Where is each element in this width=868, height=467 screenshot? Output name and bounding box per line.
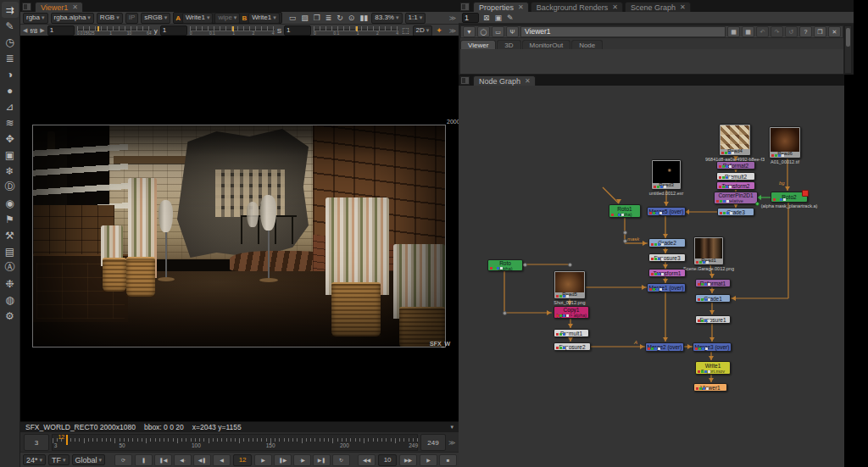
float-window-icon[interactable]: ❐ bbox=[313, 14, 321, 22]
properties-scrollbar[interactable] bbox=[844, 25, 852, 74]
scanline-icon[interactable]: ≣ bbox=[325, 14, 333, 22]
input-process-toggle[interactable]: IP bbox=[125, 13, 139, 24]
node-merge2[interactable]: Merge2 (over) bbox=[645, 342, 684, 352]
saturation-input[interactable]: 1 bbox=[284, 25, 311, 36]
other-icon[interactable]: ▤ bbox=[2, 243, 19, 259]
node-transform1[interactable]: Transform1 bbox=[648, 269, 686, 277]
undo-icon[interactable]: ↶ bbox=[756, 26, 769, 37]
node-grade3[interactable]: Grade3 bbox=[717, 208, 754, 216]
zero-badge[interactable]: ◯ bbox=[477, 26, 490, 37]
node-exposure2[interactable]: Exposure2 bbox=[554, 342, 591, 351]
node-read1[interactable]: Read1 bbox=[693, 236, 724, 265]
fork-icon[interactable]: Ψ bbox=[506, 26, 519, 37]
node-roto[interactable]: Roto(alpha) bbox=[487, 259, 523, 271]
metadata-icon[interactable]: ⚑ bbox=[2, 211, 19, 227]
play-forward-button[interactable]: ▶ bbox=[254, 454, 272, 466]
keyer-icon[interactable]: ⊿ bbox=[2, 98, 19, 114]
pose-3d-icon[interactable]: ✦ bbox=[435, 26, 443, 35]
tf-dropdown[interactable]: TF▾ bbox=[48, 454, 70, 465]
pause-icon[interactable]: ▮▮ bbox=[359, 14, 369, 22]
status-caret-icon[interactable]: ▾ bbox=[450, 424, 453, 431]
jump-frames-field[interactable]: 10 bbox=[378, 454, 397, 466]
frame-range-dropdown[interactable]: Global▾ bbox=[72, 454, 106, 465]
node-transform2[interactable]: Transform2 bbox=[716, 181, 755, 190]
node-roto2[interactable]: Roto2 bbox=[771, 192, 808, 203]
goto-start-button[interactable]: ❚◀ bbox=[154, 454, 172, 466]
node-premult2[interactable]: Premult2 bbox=[716, 172, 755, 181]
screen-a-icon[interactable]: ▦ bbox=[727, 26, 740, 37]
3d-icon[interactable]: ▣ bbox=[2, 147, 19, 163]
playback-mode-button[interactable]: ⟳ bbox=[114, 454, 132, 466]
color-icon[interactable]: ◑ bbox=[2, 66, 19, 82]
node-read4[interactable]: Read4 bbox=[719, 124, 751, 156]
time-icon[interactable]: ◷ bbox=[2, 34, 19, 50]
view-mode-dropdown[interactable]: 2D▾ bbox=[413, 25, 433, 36]
jump-back-button[interactable]: ◀◀ bbox=[358, 454, 376, 466]
furnace-icon[interactable]: ◍ bbox=[2, 292, 19, 308]
dot-node[interactable] bbox=[503, 311, 507, 315]
close-icon[interactable]: ✕ bbox=[612, 3, 618, 11]
tab-properties[interactable]: Properties✕ bbox=[473, 2, 529, 12]
gain-right-arrow[interactable]: ▶ bbox=[40, 27, 44, 34]
proxy-dropdown[interactable]: 1:1▾ bbox=[405, 13, 426, 24]
range-bar-button[interactable]: ❚ bbox=[135, 454, 153, 466]
dot-node[interactable] bbox=[623, 231, 627, 235]
tab-background-renders[interactable]: Background Renders✕ bbox=[531, 2, 623, 12]
gain-display-icon[interactable]: ▭ bbox=[288, 14, 298, 22]
redo-icon[interactable]: ↷ bbox=[771, 26, 783, 37]
wipe-dropdown[interactable]: wipe▾ bbox=[214, 13, 240, 24]
node-viewer1[interactable]: Viewer1 bbox=[693, 383, 727, 392]
node-cornerpin2d1[interactable]: CornerPin2D1relative bbox=[714, 192, 758, 204]
node-copy1[interactable]: Copy1(rgba -> alpha) bbox=[554, 306, 589, 319]
panel-count-field[interactable]: 1 bbox=[462, 13, 479, 23]
nuke-menu-icon[interactable]: ⇉ bbox=[2, 2, 19, 18]
particles-icon[interactable]: ❄ bbox=[2, 163, 19, 179]
saturation-slider[interactable]: 00.1124 bbox=[314, 26, 398, 35]
close-icon[interactable]: ✕ bbox=[72, 3, 78, 11]
channel-icon[interactable]: ≣ bbox=[2, 50, 19, 66]
screen-b-icon[interactable]: ▦ bbox=[742, 26, 754, 37]
node-read5[interactable]: Read5 bbox=[554, 270, 586, 299]
gamma-slider[interactable]: 00.1124 bbox=[190, 26, 275, 35]
prev-keyframe-button[interactable]: ◀· bbox=[174, 454, 192, 466]
node-reformat2[interactable]: Reformat2 bbox=[716, 161, 755, 170]
tab-node-graph[interactable]: Node Graph ✕ bbox=[473, 75, 536, 86]
merge-icon[interactable]: ≋ bbox=[2, 114, 19, 131]
node-merge5[interactable]: Merge5 (over) bbox=[647, 207, 686, 216]
collapse-caret[interactable]: ▼ bbox=[463, 26, 476, 37]
roi-region-icon[interactable]: ⬚ bbox=[401, 26, 410, 35]
gain-left-arrow[interactable]: ◀ bbox=[23, 27, 27, 34]
node-graph-canvas[interactable]: Read3untitled.0012.exrRead496841d8-aa0a-… bbox=[459, 86, 844, 467]
node-roto1[interactable]: Roto1(alpha) bbox=[609, 204, 641, 218]
node-exposure3[interactable]: Exposure3 bbox=[648, 253, 686, 262]
lut-dropdown[interactable]: sRGB▾ bbox=[141, 13, 170, 24]
zebra-icon[interactable]: ▨ bbox=[300, 14, 309, 22]
node-reformat1[interactable]: Reformat1 bbox=[695, 279, 731, 287]
toolsets-icon[interactable]: ⚒ bbox=[2, 227, 19, 243]
a-input-dropdown[interactable]: Write1▾ bbox=[182, 13, 213, 24]
flipbook-button[interactable]: ▶ bbox=[420, 454, 437, 466]
play-backward-button[interactable]: ◀ bbox=[213, 454, 231, 466]
gain-input[interactable]: 1 bbox=[47, 25, 75, 36]
node-exposure1[interactable]: Exposure1 bbox=[695, 315, 731, 324]
tab-viewer1[interactable]: Viewer1 ✕ bbox=[35, 2, 83, 12]
transform-icon[interactable]: ✥ bbox=[2, 131, 19, 147]
b-input-dropdown[interactable]: Write1▾ bbox=[248, 13, 279, 24]
node-title-field[interactable]: Viewer1 bbox=[520, 26, 726, 37]
tab-scene-graph[interactable]: Scene Graph✕ bbox=[625, 2, 691, 12]
fps-dropdown[interactable]: 24*▾ bbox=[23, 454, 46, 465]
close-icon[interactable]: ✕ bbox=[525, 77, 531, 85]
node-merge3[interactable]: Merge3 (over) bbox=[693, 342, 732, 352]
node-grade2[interactable]: Grade2 bbox=[648, 238, 686, 247]
node-premult1[interactable]: Premult1 bbox=[554, 329, 589, 337]
edit-icon[interactable]: ✎ bbox=[506, 14, 515, 22]
node-merge1[interactable]: Merge1 (over) bbox=[647, 283, 686, 292]
views-icon[interactable]: ◉ bbox=[2, 195, 19, 211]
panel-tab-viewer[interactable]: Viewer bbox=[460, 40, 496, 49]
sparkles-icon[interactable]: ❉ bbox=[2, 275, 19, 292]
panel-tab-monitorout[interactable]: MonitorOut bbox=[522, 40, 571, 49]
loop-toggle-button[interactable]: ↻ bbox=[332, 454, 350, 466]
clear-panels-icon[interactable]: ▣ bbox=[494, 14, 504, 22]
step-forward-button[interactable]: ❚▶ bbox=[274, 454, 292, 466]
playhead[interactable] bbox=[66, 435, 68, 445]
